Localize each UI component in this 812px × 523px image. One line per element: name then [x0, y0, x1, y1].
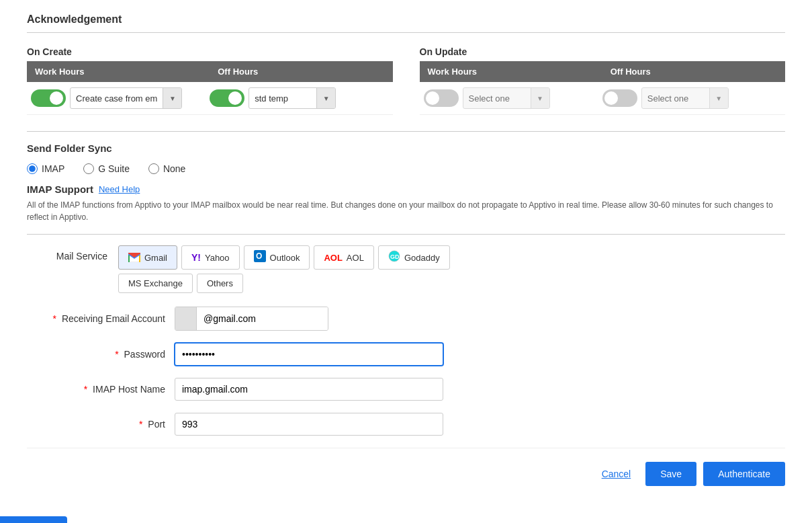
on-create-off-dropdown-label: std temp [249, 93, 316, 104]
imap-host-input[interactable] [175, 378, 443, 401]
svg-text:O: O [256, 251, 262, 261]
on-update-off-toggle[interactable] [602, 89, 637, 107]
cancel-button[interactable]: Cancel [594, 463, 639, 485]
yahoo-icon: Y! [191, 252, 201, 263]
on-create-title: On Create [27, 46, 393, 57]
mail-btn-outlook[interactable]: O Outlook [244, 245, 310, 270]
mail-service-buttons: Gmail Y! Yahoo O Outlook [118, 245, 450, 293]
receiving-email-label: * Receiving Email Account [27, 313, 175, 324]
mail-btn-aol[interactable]: AOL AOL [314, 245, 373, 270]
imap-host-row: * IMAP Host Name [27, 378, 785, 401]
mail-btn-aol-label: AOL [347, 253, 364, 263]
on-update-off-dropdown[interactable]: Select one ▼ [641, 87, 729, 109]
on-create-work-header: Work Hours [27, 61, 210, 82]
outlook-icon: O [254, 250, 266, 265]
imap-support-line: IMAP Support Need Help [27, 184, 785, 195]
radio-imap-input[interactable] [27, 163, 38, 174]
receiving-email-input[interactable] [197, 307, 328, 330]
on-update-off-cell: Select one ▼ [602, 87, 781, 109]
authenticate-button[interactable]: Authenticate [703, 462, 785, 486]
mail-btn-yahoo[interactable]: Y! Yahoo [181, 245, 240, 270]
password-input-wrapper [175, 343, 443, 366]
on-create-off-slider [210, 89, 244, 107]
mail-btn-godaddy[interactable]: GD Godaddy [378, 245, 450, 270]
divider-1 [27, 131, 785, 132]
on-create-off-dropdown-arrow: ▼ [316, 88, 335, 108]
on-update-header: Work Hours Off Hours [420, 61, 786, 82]
receiving-email-required-star: * [53, 313, 56, 324]
on-update-work-header: Work Hours [420, 61, 602, 82]
radio-gsuite-input[interactable] [83, 163, 94, 174]
godaddy-icon: GD [388, 250, 400, 265]
on-update-off-dropdown-label: Select one [642, 93, 709, 104]
on-update-work-dropdown-label: Select one [463, 93, 531, 104]
radio-imap-label: IMAP [42, 163, 64, 174]
need-help-link[interactable]: Need Help [99, 184, 140, 194]
on-update-off-dropdown-arrow: ▼ [709, 88, 728, 108]
on-update-work-dropdown[interactable]: Select one ▼ [463, 87, 550, 109]
on-update-title: On Update [420, 46, 786, 57]
port-row: * Port [27, 413, 785, 436]
on-update-off-slider [602, 89, 637, 107]
sync-title: Send Folder Sync [27, 143, 785, 154]
mail-btns-row1: Gmail Y! Yahoo O Outlook [118, 245, 450, 270]
on-update-work-toggle[interactable] [424, 89, 459, 107]
on-create-off-dropdown[interactable]: std temp ▼ [249, 87, 336, 109]
save-button[interactable]: Save [645, 462, 696, 486]
on-create-section: On Create Work Hours Off Hours Create ca… [27, 46, 393, 115]
on-create-work-toggle[interactable] [31, 89, 66, 107]
mail-service-section: Mail Service [27, 245, 785, 293]
imap-support-title: IMAP Support [27, 184, 93, 195]
svg-text:GD: GD [390, 253, 400, 260]
section-title: Acknowledgement [27, 13, 785, 33]
password-input[interactable] [175, 343, 443, 366]
port-input[interactable] [175, 413, 443, 436]
password-row: * Password [27, 343, 785, 366]
radio-gsuite[interactable]: G Suite [83, 163, 130, 174]
on-create-off-header: Off Hours [210, 61, 392, 82]
mail-btn-msexchange-label: MS Exchange [128, 278, 183, 288]
radio-none-label: None [163, 163, 185, 174]
gmail-icon [128, 253, 140, 262]
divider-2 [27, 234, 785, 235]
on-update-work-slider [424, 89, 459, 107]
on-create-off-toggle[interactable] [210, 89, 244, 107]
mail-btn-godaddy-label: Godaddy [404, 253, 440, 263]
radio-none[interactable]: None [148, 163, 185, 174]
aol-icon: AOL [324, 253, 342, 263]
on-create-work-slider [31, 89, 66, 107]
email-prefix-icon [175, 307, 197, 330]
radio-imap[interactable]: IMAP [27, 163, 64, 174]
radio-none-input[interactable] [148, 163, 159, 174]
radio-gsuite-label: G Suite [98, 163, 130, 174]
imap-host-label: * IMAP Host Name [27, 384, 175, 395]
imap-host-input-wrapper [175, 378, 443, 401]
on-update-row: Select one ▼ Select one ▼ [420, 82, 786, 115]
on-update-work-dropdown-arrow: ▼ [531, 88, 549, 108]
on-update-off-header: Off Hours [602, 61, 785, 82]
footer-buttons: Cancel Save Authenticate [27, 448, 785, 493]
bottom-blue-bar [0, 516, 67, 523]
mail-btn-yahoo-label: Yahoo [205, 253, 230, 263]
port-label: * Port [27, 419, 175, 430]
mail-btn-gmail[interactable]: Gmail [118, 245, 177, 270]
on-create-row: Create case from em ▼ std temp ▼ [27, 82, 393, 115]
imap-description: All of the IMAP functions from Apptivo t… [27, 199, 785, 223]
mail-btn-msexchange[interactable]: MS Exchange [118, 274, 193, 293]
imap-host-required-star: * [84, 384, 87, 395]
password-label: * Password [27, 349, 175, 360]
port-input-wrapper [175, 413, 443, 436]
receiving-email-input-wrapper [175, 307, 328, 331]
mail-service-label: Mail Service [27, 245, 107, 262]
mail-btn-others-label: Others [207, 278, 233, 288]
on-create-work-dropdown-label: Create case from em [71, 93, 163, 104]
mail-btns-row2: MS Exchange Others [118, 274, 450, 293]
on-update-section: On Update Work Hours Off Hours Select on… [420, 46, 786, 115]
mail-btn-others[interactable]: Others [197, 274, 243, 293]
on-create-work-dropdown[interactable]: Create case from em ▼ [70, 87, 182, 109]
on-update-work-cell: Select one ▼ [424, 87, 602, 109]
on-create-header: Work Hours Off Hours [27, 61, 393, 82]
mail-service-row: Mail Service [27, 245, 785, 293]
receiving-email-row: * Receiving Email Account [27, 307, 785, 331]
on-create-off-cell: std temp ▼ [210, 87, 388, 109]
